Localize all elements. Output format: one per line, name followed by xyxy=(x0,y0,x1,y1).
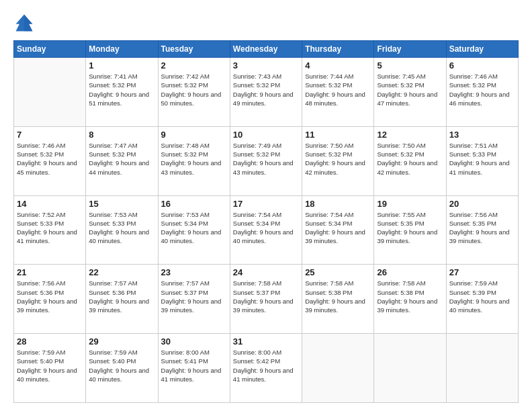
day-info: Sunrise: 7:47 AMSunset: 5:32 PMDaylight:… xyxy=(89,141,154,177)
day-number: 18 xyxy=(305,199,371,209)
calendar-table: SundayMondayTuesdayWednesdayThursdayFrid… xyxy=(13,40,519,403)
calendar-cell: 30Sunrise: 8:00 AMSunset: 5:41 PMDayligh… xyxy=(158,334,230,403)
day-number: 5 xyxy=(377,60,443,71)
day-number: 2 xyxy=(161,60,227,71)
calendar-cell: 25Sunrise: 7:58 AMSunset: 5:38 PMDayligh… xyxy=(302,265,374,334)
weekday-header-sunday: Sunday xyxy=(14,41,86,58)
calendar-week-row: 7Sunrise: 7:46 AMSunset: 5:32 PMDaylight… xyxy=(14,126,519,195)
day-number: 23 xyxy=(161,267,227,277)
day-info: Sunrise: 8:00 AMSunset: 5:41 PMDaylight:… xyxy=(161,348,227,383)
calendar-cell: 4Sunrise: 7:44 AMSunset: 5:32 PMDaylight… xyxy=(302,58,374,127)
day-info: Sunrise: 7:42 AMSunset: 5:32 PMDaylight:… xyxy=(161,72,227,107)
day-info: Sunrise: 7:53 AMSunset: 5:33 PMDaylight:… xyxy=(89,210,154,246)
calendar-cell: 23Sunrise: 7:57 AMSunset: 5:37 PMDayligh… xyxy=(158,265,230,334)
weekday-header-friday: Friday xyxy=(374,41,446,58)
day-number: 21 xyxy=(17,267,83,277)
day-info: Sunrise: 7:59 AMSunset: 5:40 PMDaylight:… xyxy=(89,348,154,383)
calendar-cell: 20Sunrise: 7:56 AMSunset: 5:35 PMDayligh… xyxy=(446,195,518,265)
calendar-cell: 11Sunrise: 7:50 AMSunset: 5:32 PMDayligh… xyxy=(302,126,374,195)
day-number: 9 xyxy=(161,130,227,140)
day-number: 4 xyxy=(305,60,371,71)
calendar-cell: 18Sunrise: 7:54 AMSunset: 5:34 PMDayligh… xyxy=(302,195,374,265)
day-number: 8 xyxy=(89,130,154,140)
day-info: Sunrise: 7:54 AMSunset: 5:34 PMDaylight:… xyxy=(305,210,371,246)
day-info: Sunrise: 7:48 AMSunset: 5:32 PMDaylight:… xyxy=(161,141,227,177)
calendar-cell: 13Sunrise: 7:51 AMSunset: 5:33 PMDayligh… xyxy=(446,126,518,195)
day-info: Sunrise: 7:58 AMSunset: 5:37 PMDaylight:… xyxy=(233,279,299,314)
day-info: Sunrise: 8:00 AMSunset: 5:42 PMDaylight:… xyxy=(233,348,299,383)
day-info: Sunrise: 7:43 AMSunset: 5:32 PMDaylight:… xyxy=(233,72,299,107)
day-number: 10 xyxy=(233,130,299,140)
weekday-header-tuesday: Tuesday xyxy=(158,41,230,58)
calendar-week-row: 14Sunrise: 7:52 AMSunset: 5:33 PMDayligh… xyxy=(14,195,519,265)
calendar-cell: 28Sunrise: 7:59 AMSunset: 5:40 PMDayligh… xyxy=(14,334,86,403)
day-number: 28 xyxy=(17,336,83,347)
day-info: Sunrise: 7:51 AMSunset: 5:33 PMDaylight:… xyxy=(449,141,515,177)
calendar-cell: 1Sunrise: 7:41 AMSunset: 5:32 PMDaylight… xyxy=(86,58,158,127)
day-info: Sunrise: 7:41 AMSunset: 5:32 PMDaylight:… xyxy=(89,72,154,107)
calendar-cell: 6Sunrise: 7:46 AMSunset: 5:32 PMDaylight… xyxy=(446,58,518,127)
logo xyxy=(13,12,39,34)
day-info: Sunrise: 7:46 AMSunset: 5:32 PMDaylight:… xyxy=(449,72,515,107)
day-info: Sunrise: 7:52 AMSunset: 5:33 PMDaylight:… xyxy=(17,210,83,246)
day-number: 24 xyxy=(233,267,299,277)
calendar-cell: 17Sunrise: 7:54 AMSunset: 5:34 PMDayligh… xyxy=(230,195,302,265)
day-info: Sunrise: 7:57 AMSunset: 5:37 PMDaylight:… xyxy=(161,279,227,314)
day-info: Sunrise: 7:44 AMSunset: 5:32 PMDaylight:… xyxy=(305,72,371,107)
day-info: Sunrise: 7:53 AMSunset: 5:34 PMDaylight:… xyxy=(161,210,227,246)
calendar-week-row: 1Sunrise: 7:41 AMSunset: 5:32 PMDaylight… xyxy=(14,58,519,127)
calendar-cell: 19Sunrise: 7:55 AMSunset: 5:35 PMDayligh… xyxy=(374,195,446,265)
day-info: Sunrise: 7:56 AMSunset: 5:35 PMDaylight:… xyxy=(449,210,515,246)
day-number: 19 xyxy=(377,199,443,209)
weekday-header-monday: Monday xyxy=(86,41,158,58)
day-number: 17 xyxy=(233,199,299,209)
day-number: 6 xyxy=(449,60,515,71)
day-info: Sunrise: 7:55 AMSunset: 5:35 PMDaylight:… xyxy=(377,210,443,246)
calendar-cell: 27Sunrise: 7:59 AMSunset: 5:39 PMDayligh… xyxy=(446,265,518,334)
weekday-header-wednesday: Wednesday xyxy=(230,41,302,58)
day-number: 1 xyxy=(89,60,154,71)
day-info: Sunrise: 7:58 AMSunset: 5:38 PMDaylight:… xyxy=(305,279,371,314)
day-number: 15 xyxy=(89,199,154,209)
day-number: 22 xyxy=(89,267,154,277)
calendar-week-row: 21Sunrise: 7:56 AMSunset: 5:36 PMDayligh… xyxy=(14,265,519,334)
calendar-cell: 15Sunrise: 7:53 AMSunset: 5:33 PMDayligh… xyxy=(86,195,158,265)
day-number: 12 xyxy=(377,130,443,140)
day-info: Sunrise: 7:58 AMSunset: 5:38 PMDaylight:… xyxy=(377,279,443,314)
day-info: Sunrise: 7:50 AMSunset: 5:32 PMDaylight:… xyxy=(377,141,443,177)
header xyxy=(13,12,519,34)
calendar-cell: 9Sunrise: 7:48 AMSunset: 5:32 PMDaylight… xyxy=(158,126,230,195)
svg-marker-1 xyxy=(24,15,32,32)
calendar-cell: 12Sunrise: 7:50 AMSunset: 5:32 PMDayligh… xyxy=(374,126,446,195)
calendar-week-row: 28Sunrise: 7:59 AMSunset: 5:40 PMDayligh… xyxy=(14,334,519,403)
day-info: Sunrise: 7:59 AMSunset: 5:39 PMDaylight:… xyxy=(449,279,515,314)
day-number: 11 xyxy=(305,130,371,140)
calendar-cell xyxy=(302,334,374,403)
day-number: 14 xyxy=(17,199,83,209)
calendar-cell xyxy=(374,334,446,403)
calendar-cell: 26Sunrise: 7:58 AMSunset: 5:38 PMDayligh… xyxy=(374,265,446,334)
calendar-cell xyxy=(446,334,518,403)
day-number: 29 xyxy=(89,336,154,347)
calendar-cell: 14Sunrise: 7:52 AMSunset: 5:33 PMDayligh… xyxy=(14,195,86,265)
logo-icon xyxy=(13,12,35,34)
calendar-cell: 31Sunrise: 8:00 AMSunset: 5:42 PMDayligh… xyxy=(230,334,302,403)
calendar-cell: 10Sunrise: 7:49 AMSunset: 5:32 PMDayligh… xyxy=(230,126,302,195)
calendar-cell: 5Sunrise: 7:45 AMSunset: 5:32 PMDaylight… xyxy=(374,58,446,127)
day-info: Sunrise: 7:56 AMSunset: 5:36 PMDaylight:… xyxy=(17,279,83,314)
weekday-header-saturday: Saturday xyxy=(446,41,518,58)
calendar-cell: 22Sunrise: 7:57 AMSunset: 5:36 PMDayligh… xyxy=(86,265,158,334)
calendar-cell: 21Sunrise: 7:56 AMSunset: 5:36 PMDayligh… xyxy=(14,265,86,334)
calendar-cell: 16Sunrise: 7:53 AMSunset: 5:34 PMDayligh… xyxy=(158,195,230,265)
calendar-cell: 3Sunrise: 7:43 AMSunset: 5:32 PMDaylight… xyxy=(230,58,302,127)
day-info: Sunrise: 7:45 AMSunset: 5:32 PMDaylight:… xyxy=(377,72,443,107)
day-info: Sunrise: 7:46 AMSunset: 5:32 PMDaylight:… xyxy=(17,141,83,177)
day-number: 3 xyxy=(233,60,299,71)
day-number: 7 xyxy=(17,130,83,140)
day-info: Sunrise: 7:49 AMSunset: 5:32 PMDaylight:… xyxy=(233,141,299,177)
day-number: 31 xyxy=(233,336,299,347)
day-number: 25 xyxy=(305,267,371,277)
calendar-cell: 24Sunrise: 7:58 AMSunset: 5:37 PMDayligh… xyxy=(230,265,302,334)
weekday-header-thursday: Thursday xyxy=(302,41,374,58)
day-number: 26 xyxy=(377,267,443,277)
